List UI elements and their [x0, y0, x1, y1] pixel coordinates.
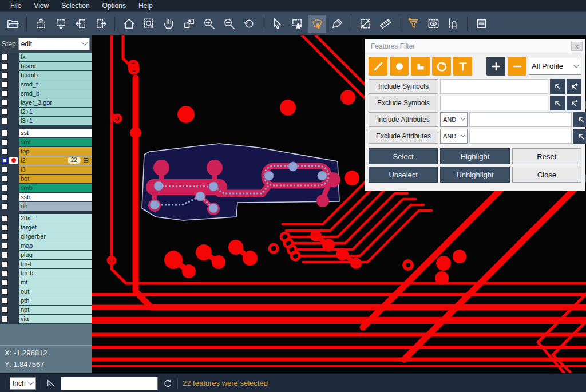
- filter-label-button[interactable]: Exclude Symbols: [369, 96, 438, 110]
- pick-from-canvas-button[interactable]: [573, 129, 586, 144]
- and-or-select[interactable]: AND: [440, 129, 468, 144]
- layer-row-npt[interactable]: npt: [0, 306, 92, 314]
- layer-row-layer_3.gbr[interactable]: layer_3.gbr: [0, 98, 92, 107]
- unselect-button[interactable]: Unselect: [369, 167, 438, 183]
- layer-visibility-checkbox[interactable]: [2, 148, 8, 155]
- layer-name[interactable]: sst: [19, 129, 92, 137]
- layer-name[interactable]: plug: [19, 251, 92, 259]
- layer-name[interactable]: layer_3.gbr: [19, 98, 92, 107]
- layer-row-pth[interactable]: pth: [0, 296, 92, 305]
- layer-name[interactable]: map: [19, 241, 92, 250]
- layer-row-2dir--[interactable]: 2dir--: [0, 214, 92, 223]
- command-input[interactable]: [61, 377, 158, 390]
- layer-row-smd_b[interactable]: smd_b: [0, 89, 92, 98]
- layer-row-dirgerber[interactable]: dirgerber: [0, 232, 92, 241]
- layer-name[interactable]: bfsmt: [19, 62, 92, 70]
- layer-visibility-checkbox[interactable]: [2, 157, 8, 164]
- filter-label-button[interactable]: Include Attributes: [369, 112, 438, 127]
- menu-item-help[interactable]: Help: [133, 1, 159, 11]
- menu-item-file[interactable]: File: [5, 1, 27, 11]
- unhighlight-button[interactable]: Unhighlight: [440, 167, 509, 183]
- layer-name[interactable]: out: [19, 287, 92, 296]
- zoom-window-icon[interactable]: [140, 15, 158, 33]
- pan-down-icon[interactable]: [52, 15, 70, 33]
- layer-visibility-checkbox[interactable]: [2, 233, 8, 240]
- add-mode-icon[interactable]: [486, 57, 505, 76]
- layer-row-mt[interactable]: mt: [0, 278, 92, 287]
- layer-visibility-checkbox[interactable]: [2, 261, 8, 267]
- surface-feature-icon[interactable]: [411, 57, 430, 76]
- layer-visibility-checkbox[interactable]: [2, 270, 8, 276]
- layer-name[interactable]: 2dir--: [19, 214, 92, 223]
- pick-from-canvas-button[interactable]: [550, 96, 565, 110]
- layer-visibility-checkbox[interactable]: [2, 279, 8, 286]
- layer-visibility-checkbox[interactable]: [2, 298, 8, 304]
- clear-brush-icon[interactable]: [328, 15, 346, 33]
- ruler-icon[interactable]: [376, 15, 394, 33]
- layer-visibility-checkbox[interactable]: [2, 100, 8, 106]
- features-filter-icon[interactable]: [404, 15, 422, 33]
- layer-name[interactable]: via: [19, 315, 92, 323]
- layer-row-tm-b[interactable]: tm-b: [0, 269, 92, 278]
- layer-name[interactable]: tm-t: [19, 260, 92, 268]
- layer-visibility-checkbox[interactable]: [2, 167, 8, 173]
- layer-row-bfsmb[interactable]: bfsmb: [0, 71, 92, 80]
- profile-select[interactable]: All Profile: [529, 58, 581, 75]
- layer-row-smd_t[interactable]: smd_t: [0, 80, 92, 89]
- layer-row-plug[interactable]: plug: [0, 251, 92, 259]
- pcb-canvas[interactable]: Features Filter x All Profile Include Sy…: [92, 35, 586, 373]
- line-feature-icon[interactable]: [369, 57, 387, 76]
- pan-up-icon[interactable]: [31, 15, 50, 33]
- layer-visibility-checkbox[interactable]: [2, 118, 8, 124]
- zoom-selection-icon[interactable]: [180, 15, 198, 33]
- layer-visibility-checkbox[interactable]: [2, 81, 8, 88]
- layer-row-l2[interactable]: l222⊞: [0, 156, 92, 165]
- layer-name[interactable]: l3+1: [19, 117, 92, 125]
- open-file-icon[interactable]: [3, 15, 22, 33]
- menu-item-selection[interactable]: Selection: [56, 1, 95, 11]
- table-icon[interactable]: ⊞: [83, 157, 89, 164]
- active-layer-indicator[interactable]: [9, 157, 18, 164]
- pick-add-button[interactable]: [567, 96, 581, 110]
- pad-feature-icon[interactable]: [390, 57, 409, 76]
- polygon-select-icon[interactable]: [308, 15, 326, 33]
- reset-button[interactable]: Reset: [512, 148, 581, 164]
- layer-name[interactable]: tm-b: [19, 269, 92, 278]
- layer-visibility-checkbox[interactable]: [2, 54, 8, 60]
- dialog-title-bar[interactable]: Features Filter x: [365, 39, 585, 53]
- layer-name[interactable]: dirgerber: [19, 232, 92, 241]
- pick-from-canvas-button[interactable]: [573, 112, 586, 127]
- highlight-button[interactable]: Highlight: [440, 148, 509, 164]
- layer-row-l3[interactable]: l3: [0, 165, 92, 174]
- layer-row-smt[interactable]: smt: [0, 138, 92, 146]
- layer-name[interactable]: smt: [19, 138, 92, 146]
- measure-distance-icon[interactable]: [356, 15, 374, 33]
- layer-row-fx[interactable]: fx: [0, 53, 92, 61]
- zoom-in-icon[interactable]: [200, 15, 218, 33]
- layer-row-via[interactable]: via: [0, 315, 92, 323]
- pick-from-canvas-button[interactable]: [550, 79, 565, 94]
- layer-row-map[interactable]: map: [0, 241, 92, 250]
- layer-name[interactable]: smb: [19, 184, 92, 192]
- layer-name[interactable]: bfsmb: [19, 71, 92, 80]
- layer-name[interactable]: ssb: [19, 193, 92, 201]
- filter-label-button[interactable]: Include Symbols: [369, 79, 438, 94]
- layer-name[interactable]: smd_t: [19, 80, 92, 89]
- layer-visibility-checkbox[interactable]: [2, 243, 8, 249]
- filter-value-input[interactable]: [440, 79, 548, 94]
- layer-visibility-checkbox[interactable]: [2, 139, 8, 145]
- layer-name[interactable]: dir: [19, 202, 92, 211]
- arc-feature-icon[interactable]: [432, 57, 451, 76]
- text-feature-icon[interactable]: [453, 57, 472, 76]
- layer-name[interactable]: target: [19, 223, 92, 232]
- layer-row-l3+1[interactable]: l3+1: [0, 117, 92, 125]
- layer-row-smb[interactable]: smb: [0, 184, 92, 192]
- menu-item-view[interactable]: View: [28, 1, 54, 11]
- layer-visibility-checkbox[interactable]: [2, 288, 8, 295]
- layer-row-sst[interactable]: sst: [0, 129, 92, 137]
- pan-hand-icon[interactable]: [160, 15, 178, 33]
- menu-item-options[interactable]: Options: [97, 1, 132, 11]
- layer-row-bfsmt[interactable]: bfsmt: [0, 62, 92, 70]
- close-button[interactable]: Close: [512, 167, 581, 183]
- layer-name[interactable]: bot: [19, 175, 92, 183]
